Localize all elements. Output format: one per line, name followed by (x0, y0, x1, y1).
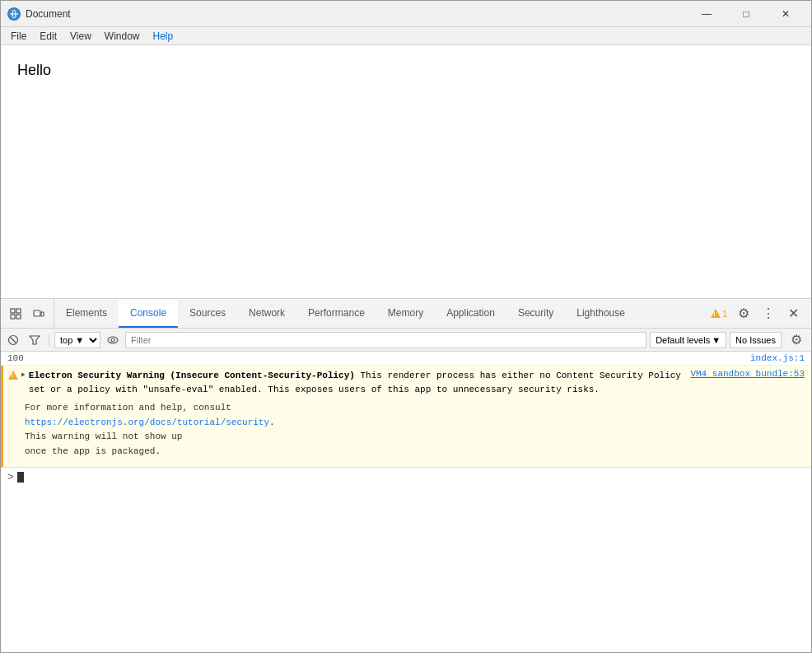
app-icon (7, 7, 21, 21)
svg-rect-7 (34, 310, 40, 316)
menu-window[interactable]: Window (98, 29, 147, 44)
menu-help[interactable]: Help (147, 29, 180, 44)
console-warning-header: ▶ Electron Security Warning (Insecure Co… (8, 369, 805, 396)
minimize-button[interactable]: — (688, 2, 726, 26)
more-options-button[interactable]: ⋮ (757, 302, 780, 325)
filter-input[interactable] (125, 332, 646, 348)
console-prompt: > (7, 471, 14, 483)
warning-body-text-2: This warning will not show up (25, 431, 182, 441)
device-toolbar-button[interactable] (29, 304, 49, 324)
filter-button[interactable] (26, 331, 44, 349)
toolbar-divider (49, 333, 49, 347)
svg-marker-11 (30, 336, 40, 344)
console-cursor (17, 472, 24, 483)
menu-bar: File Edit View Window Help (1, 27, 811, 45)
devtools-tabs-list: Elements Console Sources Network Perform… (54, 299, 704, 328)
warning-body-text-1: For more information and help, consult (25, 403, 231, 413)
issues-settings-button[interactable]: ⚙ (785, 329, 808, 352)
settings-button[interactable]: ⚙ (732, 302, 755, 325)
svg-rect-5 (11, 315, 15, 319)
close-devtools-button[interactable]: ✕ (782, 302, 805, 325)
svg-point-12 (108, 337, 118, 343)
warning-icon (8, 371, 18, 380)
app-content: Hello (1, 45, 811, 298)
window-title: Document (26, 8, 688, 20)
svg-line-10 (11, 337, 16, 343)
tab-elements[interactable]: Elements (54, 299, 119, 328)
svg-rect-6 (16, 315, 21, 319)
close-button[interactable]: ✕ (767, 2, 805, 26)
warning-body: For more information and help, consult h… (8, 396, 805, 464)
tab-memory[interactable]: Memory (376, 299, 435, 328)
devtools-toolbar: top ▼ Default levels ▼ No Issues ⚙ (1, 329, 811, 352)
clear-console-button[interactable] (4, 331, 22, 349)
tab-security[interactable]: Security (506, 299, 565, 328)
tab-console[interactable]: Console (119, 299, 178, 328)
warning-count-button[interactable]: 1 (707, 307, 730, 320)
console-line-100: 100 index.js:1 (1, 352, 811, 366)
devtools-console[interactable]: 100 index.js:1 ▶ Electron Security Warni… (1, 352, 811, 652)
svg-rect-3 (11, 309, 15, 313)
window-controls: — □ ✕ (688, 2, 805, 26)
title-bar: Document — □ ✕ (1, 1, 811, 27)
devtools-left-icons (1, 299, 54, 328)
console-input-line: > (1, 468, 811, 487)
inspect-element-button[interactable] (6, 304, 26, 324)
file-reference-1[interactable]: index.js:1 (750, 353, 805, 363)
tab-application[interactable]: Application (435, 299, 506, 328)
warning-title-bold: Electron Security Warning (Insecure Cont… (29, 371, 355, 380)
warning-triangle-icon (711, 309, 721, 318)
warning-link[interactable]: https://electronjs.org/docs/tutorial/sec… (25, 417, 269, 427)
line-number: 100 (7, 353, 32, 363)
menu-file[interactable]: File (4, 29, 33, 44)
eye-button[interactable] (104, 331, 122, 349)
devtools-tab-right: 1 ⚙ ⋮ ✕ (704, 299, 808, 328)
tab-sources[interactable]: Sources (178, 299, 237, 328)
menu-view[interactable]: View (63, 29, 98, 44)
menu-edit[interactable]: Edit (33, 29, 63, 44)
svg-rect-8 (41, 312, 44, 316)
warning-body-text-3: once the app is packaged. (25, 446, 161, 456)
maximize-button[interactable]: □ (727, 2, 765, 26)
tab-network[interactable]: Network (237, 299, 296, 328)
no-issues-button[interactable]: No Issues (730, 332, 782, 348)
context-selector[interactable]: top ▼ (54, 332, 100, 348)
tab-performance[interactable]: Performance (296, 299, 376, 328)
warning-file-reference[interactable]: VM4 sandbox bundle:53 (690, 369, 805, 379)
warning-count: 1 (722, 309, 727, 319)
hello-text: Hello (17, 62, 51, 78)
default-levels-button[interactable]: Default levels ▼ (650, 332, 726, 348)
console-warning-block: ▶ Electron Security Warning (Insecure Co… (1, 366, 811, 468)
svg-point-13 (111, 338, 114, 342)
expand-icon[interactable]: ▶ (21, 371, 26, 378)
svg-rect-4 (16, 309, 21, 313)
warning-text: Electron Security Warning (Insecure Cont… (29, 369, 688, 396)
tab-lighthouse[interactable]: Lighthouse (565, 299, 637, 328)
devtools-tab-bar: Elements Console Sources Network Perform… (1, 299, 811, 329)
devtools-panel: Elements Console Sources Network Perform… (1, 298, 811, 652)
